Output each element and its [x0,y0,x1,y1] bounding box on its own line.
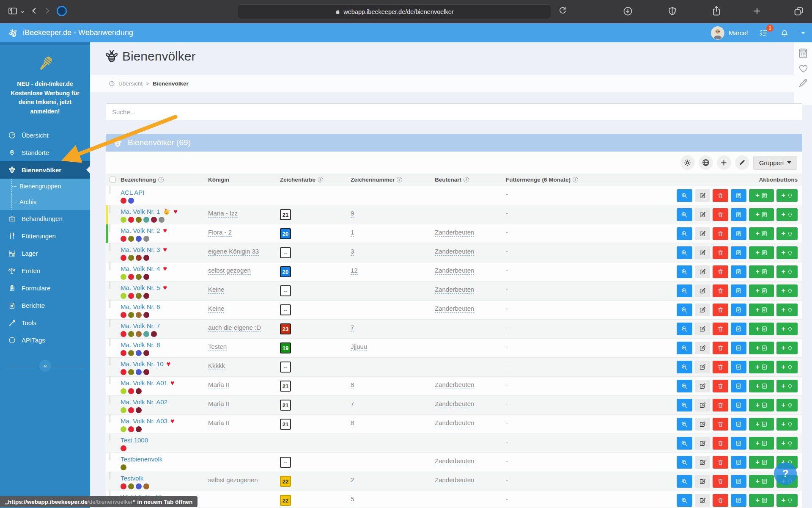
add-log-button[interactable]: + [749,399,774,411]
row-checkbox[interactable] [110,453,110,461]
queen-mark-number[interactable]: Jjjuuu [351,343,367,351]
edit-button[interactable] [695,418,710,431]
view-button[interactable] [677,437,692,450]
row-checkbox[interactable] [110,414,110,422]
add-log-button[interactable]: + [749,323,774,335]
view-button[interactable] [677,189,692,202]
log-button[interactable] [731,399,746,411]
queen-mark-color[interactable]: 19 [280,342,291,353]
queen-name[interactable]: eigene Königin 33 [208,248,259,256]
colony-name-link[interactable]: Ma. Volk Nr. A03 [121,417,167,425]
colony-name-link[interactable]: Ma. Volk Nr. 5 [121,284,160,291]
colony-name-link[interactable]: Ma. Volk Nr. 1 [121,208,160,215]
edit-button[interactable] [695,323,710,335]
hive-type[interactable]: Zanderbeuten [435,400,474,408]
log-button[interactable] [731,189,746,202]
queen-mark-color[interactable]: -- [280,304,291,315]
bell-icon[interactable] [780,28,789,38]
edit-button[interactable] [695,265,710,278]
row-checkbox[interactable] [110,262,110,270]
row-checkbox[interactable] [110,338,110,346]
queen-mark-color[interactable]: -- [280,457,291,468]
add-location-button[interactable]: + [776,494,798,507]
reload-icon[interactable] [558,6,567,17]
add-location-button[interactable]: + [776,246,798,259]
delete-button[interactable] [713,227,728,240]
sidebar-toggle-icon[interactable] [8,6,18,18]
add-location-button[interactable]: + [776,437,798,450]
edit-button[interactable] [695,246,710,259]
sidebar-item-lager[interactable]: Lager [0,245,90,262]
hive-type[interactable]: Zanderbeuten [435,267,474,275]
row-checkbox[interactable] [110,243,110,251]
app-logo[interactable]: iBeekeeper.de - Webanwendung [7,28,133,39]
queen-name[interactable]: Flora - 2 [208,229,232,237]
view-button[interactable] [677,342,692,354]
quick-edit-pen-icon[interactable] [798,77,809,88]
queen-mark-number[interactable]: 12 [351,267,358,275]
add-location-button[interactable]: + [776,208,798,221]
view-button[interactable] [677,246,692,259]
calculator-icon[interactable] [798,47,809,59]
add-log-button[interactable]: + [749,342,774,354]
groups-dropdown[interactable]: Gruppen [753,156,797,170]
log-button[interactable] [731,475,746,488]
url-bar[interactable]: webapp.ibeekeeper.de/de/bienenvoelker [238,4,551,19]
queen-mark-number[interactable]: 1 [351,229,354,237]
download-icon[interactable] [623,6,633,18]
colony-name-link[interactable]: Ma. Volk Nr. 10 [121,360,164,367]
row-checkbox[interactable] [110,319,110,327]
view-button[interactable] [677,475,692,488]
edit-button[interactable] [695,189,710,202]
hive-type[interactable]: Zanderbeuten [435,305,474,313]
add-log-button[interactable]: + [749,418,774,431]
hive-type[interactable]: Zanderbeuten [435,457,474,465]
row-checkbox[interactable] [110,395,110,403]
delete-button[interactable] [713,418,728,431]
help-button[interactable]: ? [774,462,797,485]
view-button[interactable] [677,456,692,469]
add-log-button[interactable]: + [749,246,774,259]
sidebar-item-standorte[interactable]: Standorte [0,144,90,161]
queen-mark-color[interactable]: 22 [280,495,291,506]
sidebar-item-bienenv-lker[interactable]: Bienenvölker [0,161,90,179]
colony-name-link[interactable]: Ma. Volk Nr. 7 [121,322,160,329]
log-button[interactable] [731,208,746,221]
sidebar-item-ernten[interactable]: Ernten [0,262,90,279]
queen-mark-color[interactable]: -- [280,362,291,373]
edit-button[interactable] [695,208,710,221]
extension-shield-icon[interactable] [56,5,68,19]
sidebar-ad[interactable]: NEU - dein-Imker.de Kostenlose Werbung f… [0,45,90,121]
delete-button[interactable] [713,304,728,316]
sidebar-item-tools[interactable]: Tools [0,314,90,331]
delete-button[interactable] [713,456,728,469]
queen-name[interactable]: Maria II [208,381,229,389]
tabs-icon[interactable] [793,6,804,18]
queen-mark-number[interactable]: 2 [351,476,354,484]
delete-button[interactable] [713,246,728,259]
queen-mark-number[interactable]: 5 [351,495,354,503]
row-checkbox[interactable] [110,300,110,308]
queen-mark-color[interactable]: 21 [280,381,291,392]
log-button[interactable] [731,342,746,354]
add-log-button[interactable]: + [749,227,774,240]
row-checkbox[interactable] [110,433,110,442]
view-button[interactable] [677,304,692,316]
add-location-button[interactable]: + [776,227,798,240]
back-icon[interactable] [30,6,39,17]
edit-button[interactable] [695,456,710,469]
delete-button[interactable] [713,189,728,202]
row-checkbox[interactable] [110,472,110,480]
hive-type[interactable]: Zanderbeuten [435,419,474,427]
add-location-button[interactable]: + [776,418,798,431]
colony-name-link[interactable]: Ma. Volk Nr. 8 [121,341,160,348]
delete-button[interactable] [713,284,728,297]
queen-mark-number[interactable]: 8 [351,419,354,427]
sidebar-item--bersicht[interactable]: Übersicht [0,127,90,144]
add-location-button[interactable]: + [776,323,798,335]
colony-name-link[interactable]: Testvolk [121,475,143,482]
edit-button[interactable] [695,342,710,354]
select-all-checkbox[interactable] [110,177,116,183]
log-button[interactable] [731,361,746,373]
add-log-button[interactable]: + [749,284,774,297]
